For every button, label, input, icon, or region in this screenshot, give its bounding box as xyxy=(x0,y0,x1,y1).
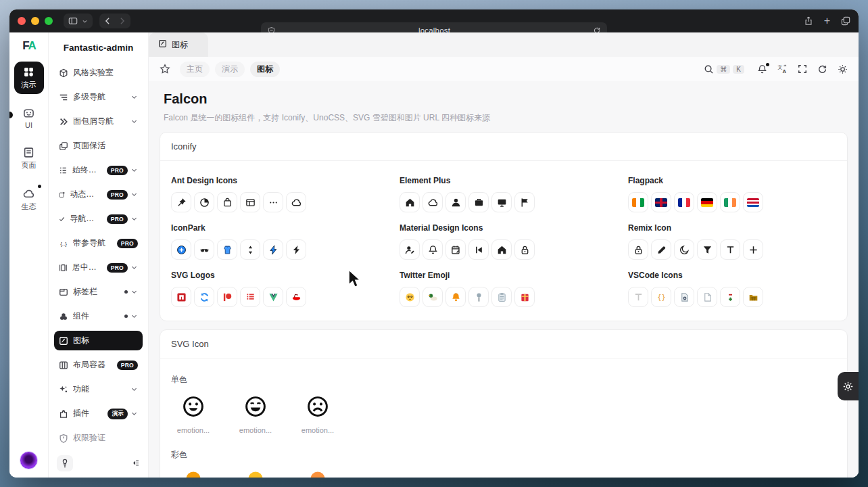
pin-sidebar-button[interactable] xyxy=(57,455,73,471)
badge: PRO xyxy=(107,214,128,224)
iconify-card: Iconify Ant Design IconsElement PlusFlag… xyxy=(160,132,848,321)
rail-item-ui[interactable]: UI xyxy=(14,103,44,133)
refresh-icon[interactable] xyxy=(817,64,827,74)
sidebar-item-tab-bar[interactable]: 标签栏 xyxy=(54,282,143,302)
sidebar-item-label: 权限验证 xyxy=(73,432,105,444)
sidebar-item-label: 组件 xyxy=(73,310,89,322)
sidebar-item-style-lab[interactable]: 风格实验室 xyxy=(54,63,143,83)
sidebar-item-permission[interactable]: 权限验证 xyxy=(54,428,143,448)
rail-item-pages[interactable]: 页面 xyxy=(14,142,44,175)
glasses-icon xyxy=(199,245,210,255)
sidebar-item-center-layout[interactable]: 居中布局PRO xyxy=(54,258,143,277)
icon-sample-flag-ie xyxy=(720,192,740,212)
translate-icon[interactable]: 文A xyxy=(777,64,788,74)
badge: PRO xyxy=(117,361,138,370)
settings-gear-button[interactable] xyxy=(838,372,859,400)
sidebar-item-label: 始终展开 xyxy=(72,164,102,176)
new-tab-button[interactable]: + xyxy=(824,16,830,26)
flag-ci-icon xyxy=(632,198,644,207)
chevron-down-icon xyxy=(82,18,88,24)
back-button[interactable] xyxy=(104,17,111,25)
sidebar-item-layout-container[interactable]: 布局容器PRO xyxy=(54,355,143,375)
rail-item-ecosystem[interactable]: 生态 xyxy=(14,183,44,216)
flag-nl-icon xyxy=(747,198,759,207)
icon-sample-vs-file-diff-icon xyxy=(720,287,740,307)
icon-group-name: Flagpack xyxy=(628,176,836,185)
smiley-icon xyxy=(23,108,34,119)
forward-button[interactable] xyxy=(119,17,126,25)
sidebar-item-features[interactable]: 功能 xyxy=(54,379,143,399)
color-icon-item xyxy=(236,470,275,478)
breadcrumb-item[interactable]: 图标 xyxy=(250,62,280,77)
sidebar-item-components[interactable]: 组件 xyxy=(54,306,143,326)
badge: 演示 xyxy=(107,409,128,419)
breadcrumb-item[interactable]: 主页 xyxy=(180,62,210,77)
icon-sample-briefcase-icon xyxy=(468,192,489,212)
columns-icon xyxy=(59,361,68,370)
sidebar-item-breadcrumb-nav[interactable]: 面包屑导航 xyxy=(54,112,143,131)
browser-window: localhost + FA 演示UI页面生态 Fantastic-admin xyxy=(9,9,859,478)
chevron-down-icon xyxy=(130,93,138,101)
lock-icon xyxy=(633,245,644,255)
tab-icons[interactable]: 图标 xyxy=(149,32,208,57)
rail-item-label: UI xyxy=(25,121,32,129)
icon-group-name: VSCode Icons xyxy=(628,271,836,280)
page-icon xyxy=(23,147,34,158)
iconify-card-title: Iconify xyxy=(160,133,847,160)
icon-sample-emoji-clipboard-icon xyxy=(491,287,512,307)
emoji-clipboard-icon xyxy=(497,292,507,302)
braces-icon: {..} xyxy=(59,239,68,248)
vest-blue-icon xyxy=(222,245,233,255)
icon-sample-emoji-duck-icon xyxy=(423,287,443,307)
page-header: Falcon Falcon 是统一的图标组件，支持 Iconify、UnoCSS… xyxy=(160,81,848,132)
browser-sidebar-toggle[interactable] xyxy=(64,14,93,28)
home-icon xyxy=(405,198,415,208)
zoom-window-button[interactable] xyxy=(45,17,53,25)
chevron-down-icon xyxy=(130,264,138,271)
icon-group-flagpack: Flagpack xyxy=(628,165,836,212)
sidebar-item-nav-icon-active[interactable]: 导航图标激活PRO xyxy=(54,209,143,229)
main-scroll-area[interactable]: Falcon Falcon 是统一的图标组件，支持 Iconify、UnoCSS… xyxy=(149,81,859,478)
cloud-icon2 xyxy=(291,198,302,208)
logo-patreon-icon xyxy=(222,292,233,302)
icon-sample-bolt-blue-icon xyxy=(263,239,283,260)
theme-sun-icon[interactable] xyxy=(838,64,848,74)
sidebar-item-dynamic-badge[interactable]: 动态导航徽章PRO xyxy=(54,185,143,204)
icon-sample-logo-patreon-icon xyxy=(217,287,237,307)
minimize-window-button[interactable] xyxy=(31,17,39,25)
indicator-dot xyxy=(124,315,128,318)
search-button[interactable]: ⌘ K xyxy=(704,64,744,74)
sidebar-item-always-expand[interactable]: 始终展开PRO xyxy=(54,160,143,180)
share-icon[interactable] xyxy=(804,16,813,26)
sidebar-item-icon[interactable]: 图标 xyxy=(54,331,143,350)
svgicon-card: SVG Icon 单色 emotion...emotion...emotion.… xyxy=(160,329,848,478)
sidebar-item-plugins[interactable]: 插件演示 xyxy=(54,404,143,423)
sidebar-item-label: 标签栏 xyxy=(73,286,97,298)
page-title: Falcon xyxy=(164,91,844,107)
mono-icon-label: emotion... xyxy=(239,426,272,434)
favorite-star-icon[interactable] xyxy=(160,64,170,74)
tab-overview-icon[interactable] xyxy=(841,16,850,26)
icon-sample-bell-icon xyxy=(423,239,443,260)
icon-sample-flag-fr xyxy=(674,192,694,212)
sidebar-item-keep-alive[interactable]: 页面保活 xyxy=(54,136,143,156)
face-color-2-icon xyxy=(247,470,264,478)
badge: PRO xyxy=(107,190,128,200)
sidebar-item-param-nav[interactable]: {..}带参导航PRO xyxy=(54,233,143,253)
list-tree-icon xyxy=(59,166,68,175)
fullscreen-icon[interactable] xyxy=(798,64,807,74)
avatar[interactable] xyxy=(20,451,38,469)
calendar-edit-icon xyxy=(451,245,461,255)
close-window-button[interactable] xyxy=(18,17,26,25)
icon-sample-logo-redhat-icon xyxy=(286,287,306,307)
page-description: Falcon 是统一的图标组件，支持 Iconify、UnoCSS、SVG 雪碧… xyxy=(164,112,844,124)
collapse-sidebar-button[interactable] xyxy=(130,458,140,468)
icon-group-element-plus: Element Plus xyxy=(400,165,608,212)
rail-item-demo[interactable]: 演示 xyxy=(14,62,44,94)
user-icon xyxy=(451,198,461,208)
icon-sample-pushpin-icon xyxy=(171,192,191,212)
breadcrumb-item[interactable]: 演示 xyxy=(215,62,245,77)
emoji-duck-icon xyxy=(428,292,438,302)
sidebar-item-multi-nav[interactable]: 多级导航 xyxy=(54,87,143,107)
notifications-bell-icon[interactable] xyxy=(757,64,767,74)
